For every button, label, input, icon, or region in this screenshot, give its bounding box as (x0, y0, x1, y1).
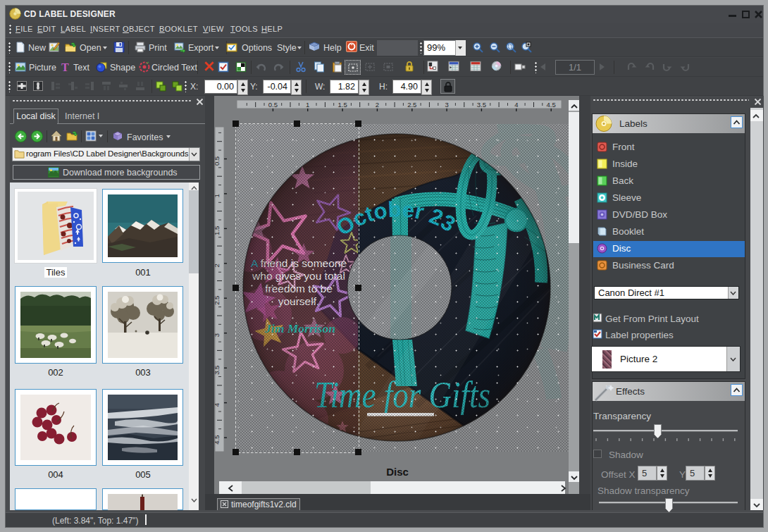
svg-text:1.5: 1.5 (215, 226, 221, 235)
svg-text:4.5: 4.5 (547, 101, 556, 109)
svg-text:3: 3 (215, 333, 221, 337)
svg-text:2.5: 2.5 (215, 296, 221, 305)
svg-text:0.5: 0.5 (268, 101, 278, 109)
svg-text:3.5: 3.5 (215, 366, 221, 375)
svg-text:4.5: 4.5 (215, 435, 221, 444)
svg-text:1: 1 (215, 194, 221, 197)
svg-text:3.5: 3.5 (477, 101, 486, 109)
svg-text:4: 4 (514, 101, 518, 109)
svg-text:3: 3 (445, 101, 448, 109)
svg-text:2: 2 (215, 264, 221, 267)
svg-text:0.5: 0.5 (215, 156, 221, 166)
svg-text:1.5: 1.5 (337, 101, 347, 109)
svg-text:2: 2 (376, 101, 379, 109)
svg-text:4: 4 (215, 403, 221, 407)
svg-text:1: 1 (306, 101, 309, 109)
svg-text:2.5: 2.5 (407, 101, 416, 109)
